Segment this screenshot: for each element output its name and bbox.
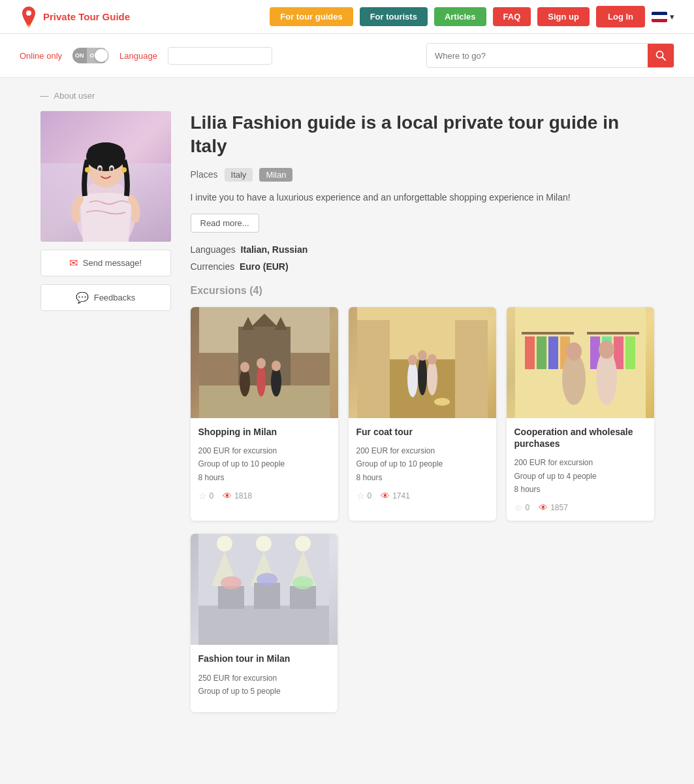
svg-point-60 — [256, 536, 272, 551]
card-1-title: Shopping in Milan — [198, 426, 330, 438]
svg-point-36 — [427, 360, 437, 395]
svg-point-67 — [257, 573, 277, 586]
nav-tour-guides-btn[interactable]: For tour guides — [270, 7, 353, 26]
excursion-card-1[interactable]: Shopping in Milan 200 EUR for excursion … — [191, 307, 338, 521]
card-1-stars: ☆ 0 — [198, 491, 214, 501]
card-3-stars: ☆ 0 — [514, 502, 530, 513]
nav-signup-btn[interactable]: Sign up — [537, 7, 590, 26]
search-button[interactable] — [648, 44, 674, 67]
photo-placeholder — [40, 111, 171, 242]
svg-rect-31 — [357, 320, 390, 418]
card-3-views: 👁 1857 — [539, 502, 568, 513]
nav-tourists-btn[interactable]: For tourists — [360, 7, 428, 26]
excursion-card-3[interactable]: Cooperation and wholesale purchases 200 … — [507, 307, 654, 521]
eye-icon-2: 👁 — [381, 491, 390, 501]
card-2-stars: ☆ 0 — [356, 491, 372, 501]
svg-rect-63 — [218, 586, 244, 609]
place-city-tag: Milan — [259, 168, 292, 182]
currencies-row: Currencies Euro (EUR) — [191, 261, 654, 272]
svg-point-25 — [240, 362, 249, 372]
feedbacks-btn[interactable]: 💬 Feedbacks — [40, 284, 171, 311]
read-more-btn[interactable]: Read more... — [191, 214, 259, 233]
online-only-toggle[interactable]: ON OFF — [72, 48, 109, 63]
logo-area: Private Tour Guide — [20, 5, 130, 29]
guide-title: Lilia Fashion guide is a local private t… — [191, 111, 654, 159]
svg-point-55 — [566, 342, 582, 361]
svg-rect-62 — [198, 606, 329, 645]
logo-text: Private Tour Guide — [43, 11, 130, 22]
svg-point-35 — [418, 356, 427, 395]
places-row: Places Italy Milan — [191, 168, 654, 182]
svg-point-26 — [257, 358, 266, 368]
languages-label: Languages — [191, 244, 236, 255]
excursion-card-4-image — [191, 534, 338, 645]
excursion-4-svg — [198, 534, 329, 645]
excursion-card-4[interactable]: Fashion tour in Milan 250 EUR for excurs… — [191, 534, 338, 712]
svg-point-38 — [418, 350, 427, 361]
nav-faq-btn[interactable]: FAQ — [493, 7, 531, 26]
excursion-3-svg — [515, 307, 646, 418]
excursion-card-2-image — [349, 307, 496, 418]
eye-icon-1: 👁 — [223, 491, 232, 501]
card-3-body: Cooperation and wholesale purchases 200 … — [507, 418, 654, 521]
place-country-tag: Italy — [225, 168, 253, 182]
languages-value: Italian, Russian — [241, 244, 308, 255]
eye-icon-3: 👁 — [539, 502, 548, 513]
send-message-btn[interactable]: ✉ Send message! — [40, 250, 171, 276]
card-3-stats: ☆ 0 👁 1857 — [514, 502, 568, 513]
svg-point-23 — [257, 364, 266, 397]
svg-point-66 — [221, 576, 242, 589]
svg-point-40 — [434, 398, 450, 406]
search-icon — [655, 50, 666, 61]
flag-icon — [652, 12, 667, 22]
sub-header: Online only ON OFF Language — [0, 34, 694, 78]
language-input[interactable] — [168, 47, 272, 65]
card-2-view-count: 1741 — [392, 491, 410, 500]
svg-line-2 — [663, 57, 666, 61]
svg-point-14 — [121, 167, 127, 172]
svg-rect-45 — [525, 336, 535, 369]
excursion-card-2[interactable]: Fur coat tour 200 EUR for excursion Grou… — [349, 307, 496, 521]
nav-login-btn[interactable]: Log In — [596, 6, 645, 27]
svg-point-34 — [407, 361, 418, 397]
svg-point-13 — [85, 167, 90, 172]
star-icon: ☆ — [198, 491, 207, 501]
card-3-view-count: 1857 — [550, 503, 568, 512]
card-4-title: Fashion tour in Milan — [198, 653, 330, 664]
main-header: Private Tour Guide For tour guides For t… — [0, 0, 694, 34]
card-2-price: 200 EUR for excursion Group of up to 10 … — [356, 444, 488, 484]
svg-rect-65 — [290, 586, 316, 609]
svg-point-37 — [408, 355, 417, 365]
profile-section: ✉ Send message! 💬 Feedbacks Lilia Fashio… — [40, 111, 654, 725]
toggle-knob — [95, 49, 108, 62]
feedbacks-label: Feedbacks — [94, 293, 136, 302]
svg-point-27 — [272, 361, 281, 371]
svg-point-39 — [428, 354, 437, 365]
card-2-star-count: 0 — [368, 491, 372, 500]
svg-rect-47 — [548, 336, 558, 369]
card-4-price: 250 EUR for excursion Group of up to 5 p… — [198, 672, 330, 698]
feedback-icon: 💬 — [76, 291, 89, 304]
card-2-footer: ☆ 0 👁 1741 — [356, 491, 488, 501]
card-2-stats: ☆ 0 👁 1741 — [356, 491, 410, 501]
excursion-1-svg — [199, 307, 330, 418]
star-icon-3: ☆ — [514, 502, 523, 513]
guide-photo-svg — [40, 111, 171, 242]
mail-icon: ✉ — [69, 257, 78, 269]
excursions-header: Excursions (4) — [191, 285, 654, 297]
svg-point-68 — [292, 576, 313, 589]
card-3-footer: ☆ 0 👁 1857 — [514, 502, 646, 513]
nav-articles-btn[interactable]: Articles — [434, 7, 486, 26]
card-4-body: Fashion tour in Milan 250 EUR for excurs… — [191, 645, 338, 712]
language-selector[interactable]: ▾ — [652, 12, 674, 22]
online-only-label: Online only — [20, 51, 62, 61]
page-content: About user — [21, 78, 674, 738]
excursion-2-svg — [357, 307, 488, 418]
card-3-price: 200 EUR for excursion Group of up to 4 p… — [514, 456, 646, 496]
svg-rect-46 — [537, 336, 546, 369]
card-1-star-count: 0 — [210, 491, 214, 500]
profile-photo — [40, 111, 171, 242]
profile-right: Lilia Fashion guide is a local private t… — [191, 111, 654, 725]
search-input[interactable] — [427, 46, 648, 65]
card-1-stats: ☆ 0 👁 1818 — [198, 491, 252, 501]
